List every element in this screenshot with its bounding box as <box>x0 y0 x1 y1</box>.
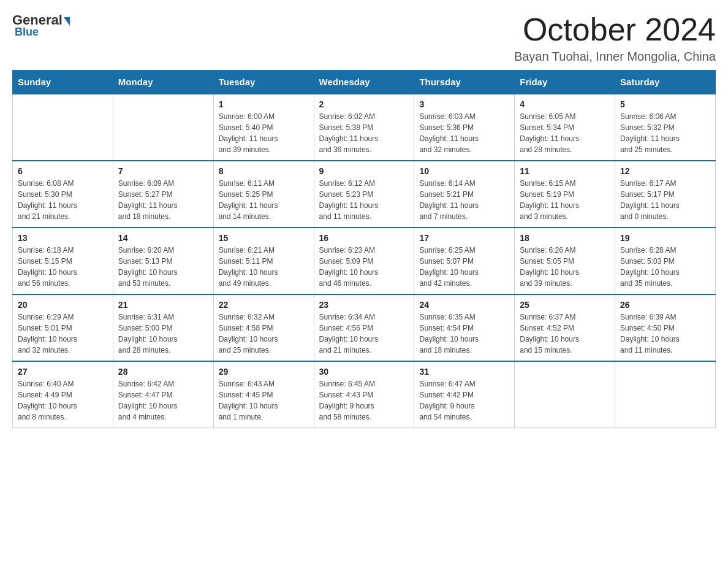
header-day-thursday: Thursday <box>414 71 515 94</box>
calendar-cell: 6Sunrise: 6:08 AM Sunset: 5:30 PM Daylig… <box>13 161 113 228</box>
day-number: 22 <box>219 300 309 310</box>
day-info: Sunrise: 6:00 AM Sunset: 5:40 PM Dayligh… <box>219 111 309 155</box>
calendar-cell: 4Sunrise: 6:05 AM Sunset: 5:34 PM Daylig… <box>515 94 615 161</box>
calendar-cell: 24Sunrise: 6:35 AM Sunset: 4:54 PM Dayli… <box>414 294 515 361</box>
day-info: Sunrise: 6:12 AM Sunset: 5:23 PM Dayligh… <box>319 178 409 222</box>
day-info: Sunrise: 6:26 AM Sunset: 5:05 PM Dayligh… <box>520 245 610 289</box>
day-number: 19 <box>620 233 710 243</box>
day-info: Sunrise: 6:15 AM Sunset: 5:19 PM Dayligh… <box>520 178 610 222</box>
calendar-cell: 17Sunrise: 6:25 AM Sunset: 5:07 PM Dayli… <box>414 228 515 294</box>
calendar-cell: 19Sunrise: 6:28 AM Sunset: 5:03 PM Dayli… <box>615 228 716 294</box>
day-info: Sunrise: 6:02 AM Sunset: 5:38 PM Dayligh… <box>319 111 409 155</box>
calendar-cell: 15Sunrise: 6:21 AM Sunset: 5:11 PM Dayli… <box>213 228 314 294</box>
calendar-cell <box>113 94 213 161</box>
day-number: 1 <box>219 99 309 109</box>
day-number: 25 <box>520 300 610 310</box>
day-number: 28 <box>118 367 208 377</box>
day-number: 11 <box>520 166 610 176</box>
header-day-friday: Friday <box>515 71 615 94</box>
calendar-cell: 5Sunrise: 6:06 AM Sunset: 5:32 PM Daylig… <box>615 94 716 161</box>
day-info: Sunrise: 6:34 AM Sunset: 4:56 PM Dayligh… <box>319 312 409 356</box>
day-number: 3 <box>419 99 509 109</box>
header-day-monday: Monday <box>113 71 213 94</box>
calendar-cell: 31Sunrise: 6:47 AM Sunset: 4:42 PM Dayli… <box>414 361 515 428</box>
day-number: 7 <box>118 166 208 176</box>
day-number: 6 <box>18 166 108 176</box>
day-info: Sunrise: 6:18 AM Sunset: 5:15 PM Dayligh… <box>18 245 108 289</box>
page-header: General Blue October 2024 Bayan Tuohai, … <box>12 12 716 64</box>
logo-arrow-icon <box>64 17 70 26</box>
calendar-cell: 11Sunrise: 6:15 AM Sunset: 5:19 PM Dayli… <box>515 161 615 228</box>
header-row: SundayMondayTuesdayWednesdayThursdayFrid… <box>13 71 716 94</box>
day-number: 13 <box>18 233 108 243</box>
day-info: Sunrise: 6:21 AM Sunset: 5:11 PM Dayligh… <box>219 245 309 289</box>
calendar-cell: 27Sunrise: 6:40 AM Sunset: 4:49 PM Dayli… <box>13 361 113 428</box>
title-block: October 2024 Bayan Tuohai, Inner Mongoli… <box>514 12 716 64</box>
day-number: 21 <box>118 300 208 310</box>
calendar-cell: 9Sunrise: 6:12 AM Sunset: 5:23 PM Daylig… <box>314 161 414 228</box>
day-info: Sunrise: 6:03 AM Sunset: 5:36 PM Dayligh… <box>419 111 509 155</box>
day-info: Sunrise: 6:32 AM Sunset: 4:58 PM Dayligh… <box>219 312 309 356</box>
subtitle: Bayan Tuohai, Inner Mongolia, China <box>514 50 716 64</box>
calendar-table: SundayMondayTuesdayWednesdayThursdayFrid… <box>12 70 716 428</box>
day-number: 24 <box>419 300 509 310</box>
calendar-cell <box>615 361 716 428</box>
day-number: 29 <box>219 367 309 377</box>
day-info: Sunrise: 6:42 AM Sunset: 4:47 PM Dayligh… <box>118 378 208 423</box>
day-info: Sunrise: 6:29 AM Sunset: 5:01 PM Dayligh… <box>18 312 108 356</box>
header-day-saturday: Saturday <box>615 71 716 94</box>
logo: General Blue <box>12 12 71 39</box>
day-number: 8 <box>219 166 309 176</box>
calendar-header: SundayMondayTuesdayWednesdayThursdayFrid… <box>13 71 716 94</box>
day-info: Sunrise: 6:14 AM Sunset: 5:21 PM Dayligh… <box>419 178 509 222</box>
day-info: Sunrise: 6:17 AM Sunset: 5:17 PM Dayligh… <box>620 178 710 222</box>
calendar-cell: 18Sunrise: 6:26 AM Sunset: 5:05 PM Dayli… <box>515 228 615 294</box>
calendar-cell: 3Sunrise: 6:03 AM Sunset: 5:36 PM Daylig… <box>414 94 515 161</box>
week-row-2: 6Sunrise: 6:08 AM Sunset: 5:30 PM Daylig… <box>13 161 716 228</box>
calendar-cell: 20Sunrise: 6:29 AM Sunset: 5:01 PM Dayli… <box>13 294 113 361</box>
day-number: 20 <box>18 300 108 310</box>
calendar-cell: 7Sunrise: 6:09 AM Sunset: 5:27 PM Daylig… <box>113 161 213 228</box>
week-row-5: 27Sunrise: 6:40 AM Sunset: 4:49 PM Dayli… <box>13 361 716 428</box>
day-number: 10 <box>419 166 509 176</box>
day-info: Sunrise: 6:11 AM Sunset: 5:25 PM Dayligh… <box>219 178 309 222</box>
header-day-wednesday: Wednesday <box>314 71 414 94</box>
day-info: Sunrise: 6:40 AM Sunset: 4:49 PM Dayligh… <box>18 378 108 423</box>
day-number: 14 <box>118 233 208 243</box>
header-day-tuesday: Tuesday <box>213 71 314 94</box>
day-info: Sunrise: 6:09 AM Sunset: 5:27 PM Dayligh… <box>118 178 208 222</box>
calendar-cell: 2Sunrise: 6:02 AM Sunset: 5:38 PM Daylig… <box>314 94 414 161</box>
calendar-cell: 1Sunrise: 6:00 AM Sunset: 5:40 PM Daylig… <box>213 94 314 161</box>
day-number: 16 <box>319 233 409 243</box>
calendar-cell: 22Sunrise: 6:32 AM Sunset: 4:58 PM Dayli… <box>213 294 314 361</box>
day-info: Sunrise: 6:20 AM Sunset: 5:13 PM Dayligh… <box>118 245 208 289</box>
day-info: Sunrise: 6:43 AM Sunset: 4:45 PM Dayligh… <box>219 378 309 423</box>
calendar-cell: 13Sunrise: 6:18 AM Sunset: 5:15 PM Dayli… <box>13 228 113 294</box>
day-number: 30 <box>319 367 409 377</box>
day-info: Sunrise: 6:25 AM Sunset: 5:07 PM Dayligh… <box>419 245 509 289</box>
calendar-cell: 26Sunrise: 6:39 AM Sunset: 4:50 PM Dayli… <box>615 294 716 361</box>
day-info: Sunrise: 6:06 AM Sunset: 5:32 PM Dayligh… <box>620 111 710 155</box>
week-row-1: 1Sunrise: 6:00 AM Sunset: 5:40 PM Daylig… <box>13 94 716 161</box>
day-number: 15 <box>219 233 309 243</box>
calendar-body: 1Sunrise: 6:00 AM Sunset: 5:40 PM Daylig… <box>13 94 716 428</box>
day-number: 26 <box>620 300 710 310</box>
day-number: 31 <box>419 367 509 377</box>
calendar-cell: 10Sunrise: 6:14 AM Sunset: 5:21 PM Dayli… <box>414 161 515 228</box>
day-info: Sunrise: 6:28 AM Sunset: 5:03 PM Dayligh… <box>620 245 710 289</box>
calendar-cell: 21Sunrise: 6:31 AM Sunset: 5:00 PM Dayli… <box>113 294 213 361</box>
calendar-cell: 25Sunrise: 6:37 AM Sunset: 4:52 PM Dayli… <box>515 294 615 361</box>
calendar-cell: 28Sunrise: 6:42 AM Sunset: 4:47 PM Dayli… <box>113 361 213 428</box>
calendar-cell: 16Sunrise: 6:23 AM Sunset: 5:09 PM Dayli… <box>314 228 414 294</box>
day-info: Sunrise: 6:08 AM Sunset: 5:30 PM Dayligh… <box>18 178 108 222</box>
day-number: 9 <box>319 166 409 176</box>
day-info: Sunrise: 6:39 AM Sunset: 4:50 PM Dayligh… <box>620 312 710 356</box>
calendar-cell: 29Sunrise: 6:43 AM Sunset: 4:45 PM Dayli… <box>213 361 314 428</box>
calendar-cell <box>13 94 113 161</box>
calendar-cell: 14Sunrise: 6:20 AM Sunset: 5:13 PM Dayli… <box>113 228 213 294</box>
logo-blue: Blue <box>15 26 39 39</box>
day-info: Sunrise: 6:37 AM Sunset: 4:52 PM Dayligh… <box>520 312 610 356</box>
day-info: Sunrise: 6:45 AM Sunset: 4:43 PM Dayligh… <box>319 378 409 423</box>
day-number: 5 <box>620 99 710 109</box>
day-info: Sunrise: 6:35 AM Sunset: 4:54 PM Dayligh… <box>419 312 509 356</box>
